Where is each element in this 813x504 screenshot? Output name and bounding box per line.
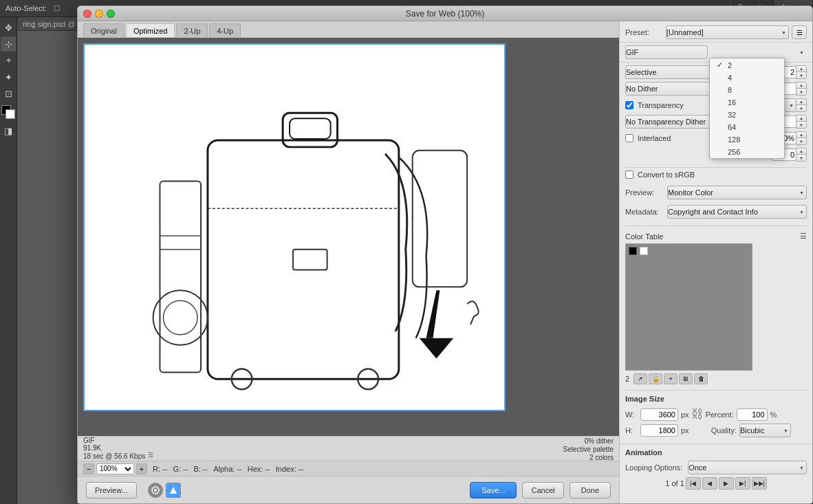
color-option-4[interactable]: 4 [710,72,784,84]
preview-icon-1[interactable] [148,483,163,498]
dither-down[interactable]: ▼ [796,89,806,95]
interlaced-checkbox[interactable] [625,134,633,142]
dither-arrows: ▲ ▼ [796,82,807,96]
metadata-select-wrapper: Copyright and Contact Info All None [667,205,807,219]
sketch-image [85,45,504,410]
ct-map-btn[interactable]: ↗ [633,373,647,384]
websnap-up[interactable]: ▲ [796,132,806,138]
anim-play-btn[interactable]: ▶ [719,477,734,490]
ct-camera-btn[interactable]: ⊞ [679,373,693,384]
color-swatch-black[interactable] [629,247,637,255]
interlaced-label: Interlaced [638,134,671,142]
color-swatch-white[interactable] [640,247,648,255]
palette-info: Selective palette [563,446,614,453]
image-frame [83,43,506,411]
pct-unit: % [770,410,777,419]
color-option-256[interactable]: 256 [710,146,784,158]
anim-last-btn[interactable]: ▶▶| [752,477,767,490]
transp-dither-select[interactable]: No Transparency Dither Diffusion Transpa… [625,115,719,129]
done-button[interactable]: Done [570,482,611,498]
status-r: R: -- [153,465,167,473]
width-unit: px [681,410,689,419]
dither-up[interactable]: ▲ [796,83,806,89]
lossy-up[interactable]: ▲ [796,149,806,155]
image-size: 91.9K [83,444,101,452]
preview-icon-2[interactable] [166,483,181,498]
srgb-label: Convert to sRGB [638,171,695,179]
status-g: G: -- [173,465,188,473]
save-button[interactable]: Save... [470,482,517,498]
dither-select[interactable]: No Dither Diffusion Pattern Noise [625,82,719,96]
colors-down[interactable]: ▼ [796,72,806,78]
ct-lock-btn[interactable]: 🔒 [649,373,662,384]
format-select[interactable]: GIF JPEG PNG-8 PNG-24 [625,45,708,59]
minimize-button[interactable] [95,17,103,18]
tab-optimized[interactable]: Optimized [126,23,175,37]
matte-arrows: ▲ ▼ [796,98,807,112]
color-option-32[interactable]: 32 [710,109,784,121]
color-option-2[interactable]: ✓ 2 [710,58,784,72]
preview-select-wrapper: Monitor Color [667,186,807,199]
metadata-select[interactable]: Copyright and Contact Info All None [667,205,807,219]
color-option-128[interactable]: 128 [710,133,784,146]
height-label: H: [625,426,638,435]
anim-first-btn[interactable]: |◀ [686,477,701,490]
color-table-header: Color Table ☰ [625,232,807,241]
info-menu-icon[interactable]: ☰ [148,452,158,461]
lossy-down[interactable]: ▼ [796,155,806,161]
transp-dither-wrapper: No Transparency Dither Diffusion Transpa… [625,115,719,129]
link-proportions[interactable]: ⛓ [692,407,703,421]
zoom-in-button[interactable]: + [136,463,147,474]
close-button[interactable] [83,17,91,18]
height-input[interactable] [640,424,678,437]
looping-select[interactable]: Once Forever Other... [688,461,807,474]
zoom-out-button[interactable]: − [83,463,94,474]
format-select-wrapper: GIF JPEG PNG-8 PNG-24 [625,45,807,59]
preview-select[interactable]: Monitor Color [667,186,807,199]
looping-label: Looping Options: [625,463,682,472]
preset-label: Preset: [625,28,663,36]
anim-prev-btn[interactable]: ◀ [702,477,717,490]
tab-4up[interactable]: 4-Up [209,23,241,37]
lossy-arrows: ▲ ▼ [796,148,807,162]
status-hex: Hex: -- [248,465,270,473]
image-size-title: Image Size [625,395,807,403]
maximize-button[interactable] [107,17,115,18]
preset-select[interactable]: [Unnamed] [666,25,789,39]
color-table-canvas [625,243,752,371]
width-input[interactable] [640,408,678,421]
amount-up[interactable]: ▲ [796,116,806,122]
image-info-left: GIF 91.9K 18 sec @ 56.6 Kbps ☰ [83,437,561,461]
transparency-checkbox[interactable] [625,101,633,109]
height-row: H: px Quality: Bicubic Bilinear Neares [625,424,807,437]
srgb-checkbox[interactable] [625,171,633,179]
matte-up[interactable]: ▲ [796,99,806,105]
color-table-menu[interactable]: ☰ [800,232,807,241]
colors-up[interactable]: ▲ [796,66,806,72]
quality-select[interactable]: Bicubic Bilinear Nearest [739,424,791,437]
percent-input[interactable] [737,408,768,421]
tab-2up[interactable]: 2-Up [176,23,208,37]
image-info-right: 0% dither Selective palette 2 colors [563,437,614,461]
color-option-16[interactable]: 16 [710,96,784,109]
preview-button[interactable]: Preview... [86,482,137,498]
preset-menu-button[interactable]: ☰ [792,25,807,39]
matte-down[interactable]: ▼ [796,105,806,111]
color-option-8[interactable]: 8 [710,84,784,96]
palette-select[interactable]: Selective Perceptual Adaptive Web [625,65,722,79]
ct-add-btn[interactable]: + [664,373,678,384]
color-option-64[interactable]: 64 [710,121,784,133]
colors-dropdown: ✓ 2 4 8 16 [709,58,785,159]
anim-next-btn[interactable]: ▶| [735,477,750,490]
preset-area: Preset: [Unnamed] ☰ [620,21,812,43]
view-tabs: Original Optimized 2-Up 4-Up [78,21,619,38]
preset-select-wrapper: [Unnamed] [666,25,789,39]
zoom-controls: − 100% 50% 200% + [83,463,147,474]
amount-down[interactable]: ▼ [796,122,806,128]
cancel-button[interactable]: Cancel [522,482,563,498]
websnap-down[interactable]: ▼ [796,138,806,144]
status-bar: − 100% 50% 200% + R: -- G: -- [78,461,619,476]
zoom-select[interactable]: 100% 50% 200% [96,463,134,474]
ct-trash-btn[interactable]: 🗑 [694,373,708,384]
tab-original[interactable]: Original [83,23,124,37]
